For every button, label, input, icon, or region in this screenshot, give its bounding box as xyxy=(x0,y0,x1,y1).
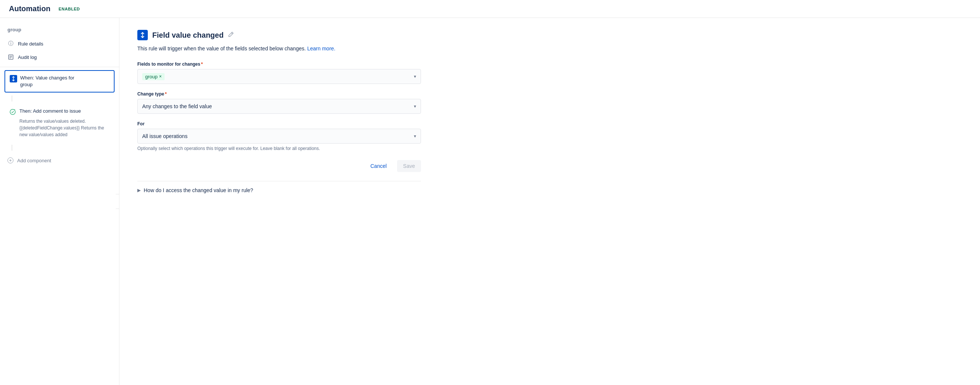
trigger-icon xyxy=(10,75,17,83)
add-component-icon xyxy=(8,158,13,164)
action-label: Then: Add comment to issue xyxy=(19,108,81,114)
save-button[interactable]: Save xyxy=(397,160,421,172)
accordion-item: ▶ How do I access the changed value in m… xyxy=(137,181,421,193)
sidebar-item-audit-log[interactable]: Audit log xyxy=(0,50,119,64)
rule-header: Field value changed xyxy=(137,30,421,40)
change-type-value: Any changes to the field value xyxy=(142,103,414,109)
for-select[interactable]: All issue operations ▾ xyxy=(137,129,421,144)
change-type-section: Change type * Any changes to the field v… xyxy=(137,91,421,114)
rule-panel: Field value changed This rule will trigg… xyxy=(137,30,421,193)
sidebar-item-rule-details[interactable]: ⓘ Rule details xyxy=(0,37,119,50)
fields-to-monitor-section: Fields to monitor for changes * group × … xyxy=(137,62,421,84)
sidebar: group ⓘ Rule details Audit log xyxy=(0,18,119,385)
sidebar-divider xyxy=(0,67,119,67)
main-panel: Field value changed This rule will trigg… xyxy=(119,18,980,385)
trigger-sublabel: group xyxy=(20,81,74,88)
for-hint: Optionally select which operations this … xyxy=(137,146,421,151)
fields-tag: group × xyxy=(142,73,165,80)
action-header: Then: Add comment to issue xyxy=(9,108,110,116)
page-title: Automation xyxy=(9,5,50,13)
main-content: group ⓘ Rule details Audit log xyxy=(0,18,980,385)
app-container: Automation ENABLED group ⓘ Rule details xyxy=(0,0,980,385)
action-icon xyxy=(9,108,16,116)
accordion-label: How do I access the changed value in my … xyxy=(144,187,253,193)
for-value: All issue operations xyxy=(142,133,414,139)
rule-title: Field value changed xyxy=(152,31,224,40)
cancel-button[interactable]: Cancel xyxy=(364,160,393,172)
accordion-arrow-icon: ▶ xyxy=(137,188,141,193)
sidebar-item-audit-log-label: Audit log xyxy=(18,54,37,60)
sidebar-trigger-item[interactable]: When: Value changes for group xyxy=(5,70,115,92)
trigger-label: When: Value changes for group xyxy=(20,75,74,88)
sidebar-collapse-button[interactable]: ‹ xyxy=(116,194,119,209)
tag-remove-button[interactable]: × xyxy=(159,74,162,79)
for-section: For All issue operations ▾ Optionally se… xyxy=(137,121,421,151)
sidebar-item-rule-details-label: Rule details xyxy=(18,41,43,47)
edit-icon[interactable] xyxy=(228,31,234,39)
enabled-badge: ENABLED xyxy=(56,6,82,12)
change-type-required-star: * xyxy=(165,91,167,97)
fields-select[interactable]: group × ▾ xyxy=(137,69,421,84)
change-type-label: Change type * xyxy=(137,91,421,97)
fields-chevron-icon: ▾ xyxy=(414,74,416,79)
sidebar-action-item[interactable]: Then: Add comment to issue Returns the v… xyxy=(5,105,115,142)
top-header: Automation ENABLED xyxy=(0,0,980,18)
add-component-item[interactable]: Add component xyxy=(0,154,119,167)
fields-required-star: * xyxy=(201,62,203,67)
learn-more-link[interactable]: Learn more. xyxy=(307,46,335,51)
trigger-label-text: When: Value changes for xyxy=(20,75,74,81)
rule-header-icon xyxy=(137,30,148,40)
change-type-select[interactable]: Any changes to the field value ▾ xyxy=(137,99,421,114)
sidebar-group-label: group xyxy=(0,24,119,37)
change-type-chevron-icon: ▾ xyxy=(414,104,416,109)
for-label: For xyxy=(137,121,421,126)
fields-label: Fields to monitor for changes * xyxy=(137,62,421,67)
form-actions: Cancel Save xyxy=(137,160,421,172)
trigger-header: When: Value changes for group xyxy=(10,75,109,88)
info-icon: ⓘ xyxy=(8,40,14,47)
for-chevron-icon: ▾ xyxy=(414,134,416,139)
svg-line-8 xyxy=(231,33,232,34)
action-description: Returns the value/values deleted. {{dele… xyxy=(9,118,110,138)
rule-description: This rule will trigger when the value of… xyxy=(137,45,421,52)
audit-log-icon xyxy=(8,54,14,60)
add-component-label: Add component xyxy=(17,158,51,164)
accordion-header[interactable]: ▶ How do I access the changed value in m… xyxy=(137,187,421,193)
